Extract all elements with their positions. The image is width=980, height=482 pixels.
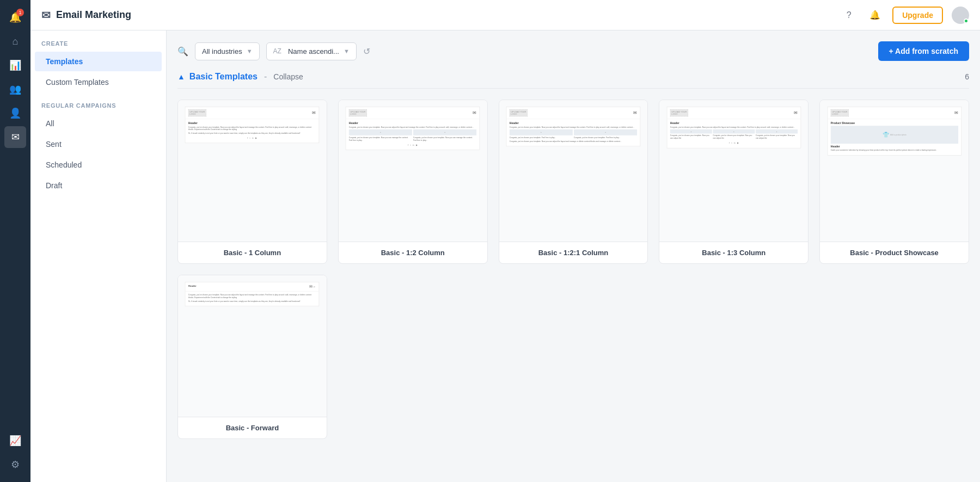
- template-name-13col: Basic - 1:3 Column: [659, 242, 808, 263]
- template-name-121col: Basic - 1:2:1 Column: [499, 242, 648, 263]
- template-grid: UPLOAD YOURLOGO ✉ Header Congrats, you'v…: [177, 100, 969, 264]
- help-icon[interactable]: ?: [840, 7, 857, 24]
- sidebar-item-scheduled[interactable]: Scheduled: [35, 155, 162, 175]
- subscribers-icon[interactable]: 👤: [4, 102, 26, 124]
- template-name-product: Basic - Product Showcase: [820, 242, 969, 263]
- app-title-text: Email Marketing: [56, 9, 131, 21]
- section-count: 6: [965, 72, 969, 81]
- sidebar-item-templates[interactable]: Templates: [35, 52, 162, 71]
- app-title: ✉ Email Marketing: [41, 9, 131, 22]
- campaigns-section-label: REGULAR CAMPAIGNS: [30, 92, 166, 113]
- avatar[interactable]: [952, 7, 969, 24]
- sort-filter[interactable]: AZ Name ascendi... ▼: [266, 42, 357, 60]
- template-grid-row2: Header ✉→ Congrats, you've chosen your t…: [177, 275, 969, 439]
- template-preview-1col: UPLOAD YOURLOGO ✉ Header Congrats, you'v…: [178, 100, 327, 242]
- bell-icon[interactable]: 🔔: [866, 7, 884, 24]
- collapse-arrow-icon[interactable]: ▲: [177, 72, 185, 81]
- top-header: ✉ Email Marketing ? 🔔 Upgrade: [30, 0, 980, 30]
- sidebar-item-all[interactable]: All: [35, 114, 162, 133]
- industry-filter[interactable]: All industries ▼: [195, 42, 260, 60]
- sort-dropdown-arrow: ▼: [344, 48, 350, 54]
- collapse-link[interactable]: Collapse: [273, 72, 303, 81]
- sidebar: CREATE Templates Custom Templates REGULA…: [30, 30, 167, 482]
- section-divider: -: [264, 72, 267, 82]
- template-card-1col[interactable]: UPLOAD YOURLOGO ✉ Header Congrats, you'v…: [177, 100, 327, 264]
- contacts-icon[interactable]: 👥: [4, 78, 26, 100]
- industry-dropdown-arrow: ▼: [247, 48, 253, 54]
- template-preview-forward: Header ✉→ Congrats, you've chosen your t…: [178, 275, 327, 417]
- avatar-status-dot: [964, 18, 969, 23]
- section-title: Basic Templates: [189, 72, 258, 82]
- template-preview-13col: UPLOAD YOURLOGO ✉ Header Congrats, you'v…: [659, 100, 808, 242]
- header-actions: ? 🔔 Upgrade: [840, 7, 969, 24]
- template-card-12col[interactable]: UPLOAD YOURLOGO ✉ Header Congrats, you'v…: [338, 100, 488, 264]
- template-preview-product: UPLOAD YOURLOGO ✉ Product Showcase 👕 Add…: [820, 100, 969, 242]
- template-name-1col: Basic - 1 Column: [178, 242, 327, 263]
- analytics-icon[interactable]: 📈: [4, 430, 26, 452]
- filter-bar: 🔍 All industries ▼ AZ Name ascendi... ▼ …: [177, 41, 969, 61]
- notification-badge: 1: [16, 9, 24, 16]
- template-card-13col[interactable]: UPLOAD YOURLOGO ✉ Header Congrats, you'v…: [659, 100, 808, 264]
- email-icon[interactable]: ✉: [4, 126, 26, 148]
- upgrade-button[interactable]: Upgrade: [892, 7, 943, 24]
- search-icon: 🔍: [177, 46, 188, 57]
- campaigns-icon[interactable]: 📊: [4, 54, 26, 76]
- template-card-forward[interactable]: Header ✉→ Congrats, you've chosen your t…: [177, 275, 327, 439]
- home-icon[interactable]: ⌂: [4, 30, 26, 52]
- section-header: ▲ Basic Templates - Collapse 6: [177, 72, 969, 89]
- template-card-product[interactable]: UPLOAD YOURLOGO ✉ Product Showcase 👕 Add…: [819, 100, 969, 264]
- main-content: 🔍 All industries ▼ AZ Name ascendi... ▼ …: [167, 30, 980, 482]
- sidebar-item-draft[interactable]: Draft: [35, 176, 162, 195]
- template-card-121col[interactable]: UPLOAD YOURLOGO ✉ Header Congrats, you'v…: [499, 100, 648, 264]
- sort-icon: AZ: [273, 47, 281, 55]
- template-name-forward: Basic - Forward: [178, 417, 327, 438]
- template-preview-121col: UPLOAD YOURLOGO ✉ Header Congrats, you'v…: [499, 100, 648, 242]
- template-name-12col: Basic - 1:2 Column: [339, 242, 487, 263]
- notifications-icon[interactable]: 🔔 1: [4, 7, 26, 28]
- reset-filter-button[interactable]: ↺: [363, 46, 370, 57]
- add-from-scratch-button[interactable]: + Add from scratch: [878, 41, 969, 61]
- template-preview-12col: UPLOAD YOURLOGO ✉ Header Congrats, you'v…: [339, 100, 487, 242]
- app-title-icon: ✉: [41, 9, 51, 22]
- sidebar-item-custom-templates[interactable]: Custom Templates: [35, 72, 162, 92]
- sidebar-item-sent[interactable]: Sent: [35, 134, 162, 154]
- create-section-label: CREATE: [30, 30, 166, 51]
- icon-bar: 🔔 1 ⌂ 📊 👥 👤 ✉ 📈 ⚙: [0, 0, 30, 482]
- settings-icon[interactable]: ⚙: [4, 454, 26, 475]
